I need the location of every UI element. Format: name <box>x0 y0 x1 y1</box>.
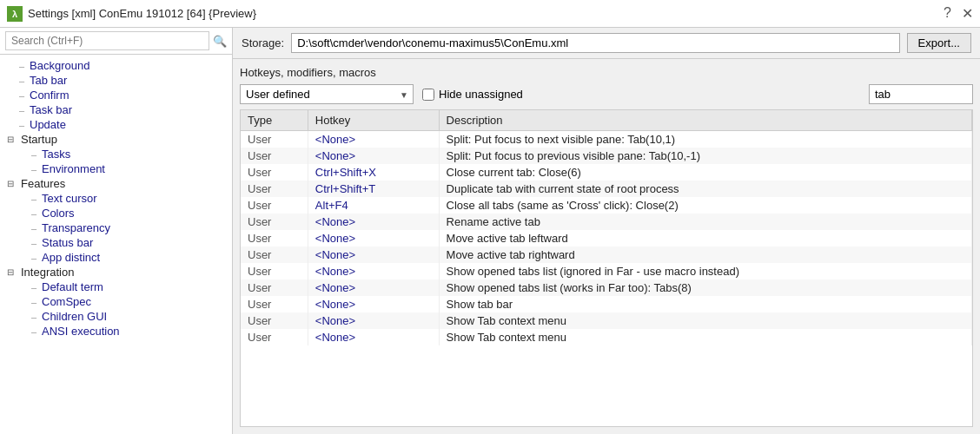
cell-type: User <box>241 329 308 345</box>
sidebar-item-ansi-execution[interactable]: –ANSI execution <box>0 324 232 339</box>
table-row[interactable]: User<None>Move active tab rightward <box>241 247 972 263</box>
tree-dash-icon: – <box>31 326 40 337</box>
sidebar-item-label: Default term <box>42 280 103 293</box>
tree-dash-icon: – <box>31 194 40 204</box>
table-wrapper: Type Hotkey Description User<None>Split:… <box>240 109 973 427</box>
table-row[interactable]: User<None>Show opened tabs list (ignored… <box>241 263 972 279</box>
cell-desc: Close current tab: Close(6) <box>439 164 971 181</box>
cell-hotkey: <None> <box>308 263 439 279</box>
cell-hotkey: <None> <box>308 329 439 345</box>
tree-dash-icon: – <box>31 223 40 233</box>
table-row[interactable]: UserCtrl+Shift+TDuplicate tab with curre… <box>241 181 972 197</box>
cell-hotkey: <None> <box>308 247 439 263</box>
sidebar-item-default-term[interactable]: –Default term <box>0 279 232 294</box>
cell-hotkey: <None> <box>308 148 439 164</box>
cell-hotkey: <None> <box>308 296 439 312</box>
cell-hotkey: <None> <box>308 131 439 148</box>
table-row[interactable]: User<None>Show tab bar <box>241 296 972 312</box>
hide-unassigned-checkbox[interactable] <box>422 89 434 101</box>
close-button[interactable]: ✕ <box>962 5 973 22</box>
cell-type: User <box>241 181 308 197</box>
sidebar-item-children-gui[interactable]: –Children GUI <box>0 309 232 324</box>
sidebar-item-app-distinct[interactable]: –App distinct <box>0 250 232 265</box>
sidebar-item-status-bar[interactable]: –Status bar <box>0 235 232 250</box>
filter-select[interactable]: User defined <box>240 84 414 104</box>
storage-input[interactable] <box>291 33 899 53</box>
expand-icon: ⊟ <box>7 179 19 188</box>
sidebar-item-label: ANSI execution <box>42 325 120 338</box>
sidebar-item-integration[interactable]: ⊟Integration <box>0 265 232 279</box>
content-area: Storage: Export... Hotkeys, modifiers, m… <box>233 28 980 434</box>
tree-dash-icon: – <box>31 253 40 263</box>
cell-desc: Show opened tabs list (ignored in Far - … <box>439 263 971 279</box>
sidebar-item-tab-bar[interactable]: –Tab bar <box>0 73 232 88</box>
table-row[interactable]: UserAlt+F4Close all tabs (same as 'Cross… <box>241 197 972 214</box>
sidebar-item-label: ComSpec <box>42 295 91 308</box>
cell-hotkey: Alt+F4 <box>308 197 439 214</box>
search-button[interactable]: 🔍 <box>213 35 227 48</box>
hide-unassigned-label: Hide unassigned <box>422 88 523 101</box>
tree-dash-icon: – <box>31 312 40 322</box>
export-button[interactable]: Export... <box>907 33 971 53</box>
tree-dash-icon: – <box>31 282 40 293</box>
sidebar-item-startup[interactable]: ⊟Startup <box>0 132 232 147</box>
cell-hotkey: <None> <box>308 230 439 247</box>
filter-search-input[interactable] <box>869 84 973 104</box>
sidebar-item-label: Colors <box>42 207 75 220</box>
tree-dash-icon: – <box>31 208 40 219</box>
table-row[interactable]: User<None>Show Tab context menu <box>241 329 972 345</box>
sidebar-item-comspec[interactable]: –ComSpec <box>0 294 232 309</box>
help-button[interactable]: ? <box>944 5 951 22</box>
cell-desc: Show tab bar <box>439 296 971 312</box>
sidebar-item-transparency[interactable]: –Transparency <box>0 220 232 235</box>
sidebar-item-task-bar[interactable]: –Task bar <box>0 102 232 117</box>
search-bar: 🔍 <box>0 28 232 55</box>
table-row[interactable]: UserCtrl+Shift+XClose current tab: Close… <box>241 164 972 181</box>
cell-desc: Split: Put focus to next visible pane: T… <box>439 131 971 148</box>
tree-dash-icon: – <box>31 164 40 174</box>
table-row[interactable]: User<None>Split: Put focus to previous v… <box>241 148 972 164</box>
sidebar-item-confirm[interactable]: –Confirm <box>0 88 232 102</box>
table-row[interactable]: User<None>Move active tab leftward <box>241 230 972 247</box>
sidebar-item-features[interactable]: ⊟Features <box>0 176 232 191</box>
cell-type: User <box>241 230 308 247</box>
tree-dash-icon: – <box>19 61 28 71</box>
sidebar-item-environment[interactable]: –Environment <box>0 161 232 176</box>
cell-type: User <box>241 148 308 164</box>
search-input[interactable] <box>5 31 209 50</box>
table-row[interactable]: User<None>Show Tab context menu <box>241 312 972 329</box>
sidebar-item-update[interactable]: –Update <box>0 117 232 132</box>
sidebar-item-colors[interactable]: –Colors <box>0 206 232 220</box>
sidebar-item-label: Background <box>30 59 89 72</box>
cell-type: User <box>241 279 308 296</box>
main-container: 🔍 –Background–Tab bar–Confirm–Task bar–U… <box>0 28 980 434</box>
sidebar-item-label: Children GUI <box>42 310 107 323</box>
sidebar-item-label: Status bar <box>42 236 93 249</box>
cell-type: User <box>241 197 308 214</box>
tree-dash-icon: – <box>31 297 40 307</box>
sidebar-item-tasks[interactable]: –Tasks <box>0 147 232 161</box>
sidebar-item-label: Startup <box>21 133 57 146</box>
sidebar-item-label: Environment <box>42 162 105 175</box>
cell-desc: Show Tab context menu <box>439 329 971 345</box>
col-type: Type <box>241 110 308 131</box>
sidebar-item-background[interactable]: –Background <box>0 58 232 73</box>
sidebar-item-label: Text cursor <box>42 192 97 205</box>
sidebar-item-text-cursor[interactable]: –Text cursor <box>0 191 232 206</box>
cell-type: User <box>241 296 308 312</box>
top-bar: Storage: Export... <box>233 28 980 59</box>
table-row[interactable]: User<None>Show opened tabs list (works i… <box>241 279 972 296</box>
tree-dash-icon: – <box>19 120 28 130</box>
cell-desc: Show Tab context menu <box>439 312 971 329</box>
sidebar-item-label: Transparency <box>42 221 110 234</box>
sidebar-item-label: App distinct <box>42 251 100 264</box>
sidebar-item-label: Update <box>30 118 66 131</box>
cell-hotkey: <None> <box>308 214 439 230</box>
cell-type: User <box>241 164 308 181</box>
table-row[interactable]: User<None>Split: Put focus to next visib… <box>241 131 972 148</box>
table-row[interactable]: User<None>Rename active tab <box>241 214 972 230</box>
cell-desc: Move active tab leftward <box>439 230 971 247</box>
table-body: User<None>Split: Put focus to next visib… <box>241 131 972 346</box>
tree-dash-icon: – <box>19 76 28 86</box>
hotkeys-section: Hotkeys, modifiers, macros User defined … <box>233 59 980 434</box>
